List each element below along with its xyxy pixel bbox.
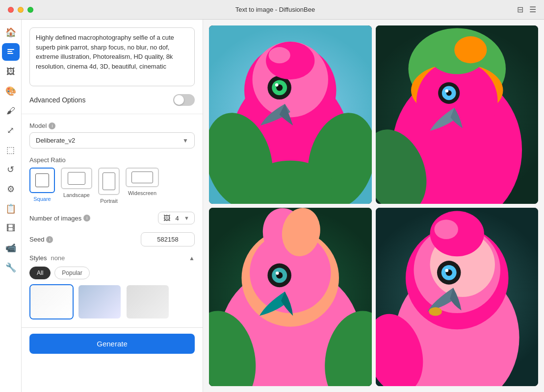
seed-info-icon[interactable]: i [46,236,53,243]
divider-1 [22,114,203,114]
model-info-icon[interactable]: i [49,122,55,129]
menu-icon[interactable]: ☰ [529,5,536,14]
image-cell-3[interactable] [209,208,372,386]
model-dropdown[interactable]: Deliberate_v2 ▼ [29,132,195,148]
sidebar-item-filmstrip[interactable]: 🎞 [2,220,20,237]
sidebar-item-home[interactable]: 🏠 [2,24,20,41]
svg-rect-2 [7,53,13,54]
sidebar-item-history[interactable]: ↺ [2,161,20,178]
landscape-label: Landscape [63,192,90,198]
num-images-control[interactable]: 🖼 4 ▼ [158,212,195,224]
styles-current-value: none [51,254,65,262]
svg-point-12 [275,83,279,87]
style-thumb-none[interactable] [29,284,74,319]
svg-point-51 [434,220,458,239]
model-value: Deliberate_v2 [36,137,75,144]
styles-title: Styles [29,254,47,262]
styles-grid [29,284,195,319]
image-grid [203,20,544,392]
close-button[interactable] [8,7,14,13]
sidebar-item-palette[interactable]: 🎨 [2,82,20,100]
style-2-preview [78,285,121,318]
landscape-inner [68,172,85,185]
widescreen-label: Widescreen [128,190,156,196]
aspect-ratio-landscape[interactable]: Landscape [61,168,92,204]
portrait-label: Portrait [100,198,117,204]
styles-section: Styles none ▲ All Popular [29,254,195,319]
sidebar-item-wrench[interactable]: 🔧 [2,259,20,276]
svg-point-26 [454,36,487,63]
title-bar-actions: ⊟ ☰ [517,5,536,14]
advanced-options-row: Advanced Options [29,94,195,106]
widescreen-box [126,168,159,187]
sidebar-item-brush[interactable]: 🖌 [2,102,20,120]
generate-button-container: Generate [22,327,203,360]
maximize-button[interactable] [27,7,33,13]
image-count-icon: 🖼 [163,214,170,222]
sidebar-item-transform[interactable]: ⤢ [2,122,20,139]
svg-point-14 [269,47,290,63]
sidebar-item-video[interactable]: 📹 [2,239,20,257]
svg-point-39 [276,271,279,275]
style-thumb-3[interactable] [126,284,170,319]
widescreen-inner [131,172,153,183]
styles-chevron-icon[interactable]: ▲ [189,255,195,262]
sidebar-item-tools[interactable]: ⚙ [2,180,20,198]
portrait-inner [103,172,115,190]
aspect-ratio-widescreen[interactable]: Widescreen [126,168,159,204]
aspect-ratio-label: Aspect Ratio [29,156,195,164]
styles-filter-row: All Popular [29,267,195,279]
image-cell-1[interactable] [209,25,372,204]
panel-content: Highly defined macrophotography selfie o… [22,20,203,327]
sidebar: 🏠 🖼 🎨 🖌 ⤢ ⬚ ↺ ⚙ 📋 🎞 📹 🔧 [0,20,22,392]
image-cell-4[interactable] [376,208,539,386]
advanced-options-label: Advanced Options [29,96,85,104]
advanced-options-toggle[interactable] [173,94,195,106]
generate-button[interactable]: Generate [29,334,195,354]
sidebar-item-gallery[interactable]: 🖼 [2,63,20,80]
aspect-ratio-section: Aspect Ratio Square Landscape [29,156,195,204]
seed-label: Seed i [29,236,53,243]
image-cell-2[interactable] [376,25,539,204]
style-3-preview [127,285,169,318]
svg-point-24 [445,89,448,93]
styles-filter-all[interactable]: All [29,267,51,279]
portrait-box [98,168,120,195]
prompt-input[interactable]: Highly defined macrophotography selfie o… [29,27,195,86]
aspect-ratio-grid: Square Landscape Portrait [29,168,195,204]
seed-input[interactable] [141,232,195,246]
num-images-row: Number of images i 🖼 4 ▼ [29,212,195,224]
minimize-button[interactable] [18,7,24,13]
model-section: Model i Deliberate_v2 ▼ [29,122,195,148]
styles-filter-popular[interactable]: Popular [54,267,89,279]
stack-icon[interactable]: ⊟ [517,5,523,14]
style-none-preview [30,285,73,318]
square-inner [35,173,49,187]
square-box [29,168,55,193]
aspect-ratio-portrait[interactable]: Portrait [98,168,120,204]
chevron-down-icon: ▼ [182,137,188,144]
sidebar-item-text-to-image[interactable] [2,43,20,61]
square-label: Square [33,196,51,202]
svg-rect-1 [7,51,12,52]
num-images-label: Number of images i [29,215,90,222]
aspect-ratio-square[interactable]: Square [29,168,55,204]
left-panel: Highly defined macrophotography selfie o… [22,20,203,392]
title-bar: Text to image - DiffusionBee ⊟ ☰ [0,0,544,20]
svg-point-49 [429,307,441,316]
sidebar-item-batch[interactable]: ⬚ [2,141,20,159]
landscape-box [61,168,92,189]
toggle-thumb [174,95,184,105]
svg-point-48 [445,269,448,272]
style-thumb-2[interactable] [78,284,122,319]
window-title: Text to image - DiffusionBee [37,6,513,13]
num-images-value: 4 [173,215,181,222]
sidebar-item-document[interactable]: 📋 [2,200,20,218]
styles-header: Styles none ▲ [29,254,195,262]
count-chevron-icon: ▼ [184,215,189,221]
svg-rect-0 [7,49,14,50]
seed-row: Seed i [29,232,195,246]
num-images-info-icon[interactable]: i [83,215,90,221]
app-layout: 🏠 🖼 🎨 🖌 ⤢ ⬚ ↺ ⚙ 📋 🎞 📹 🔧 Highly defined m… [0,20,544,392]
model-label: Model i [29,122,195,129]
